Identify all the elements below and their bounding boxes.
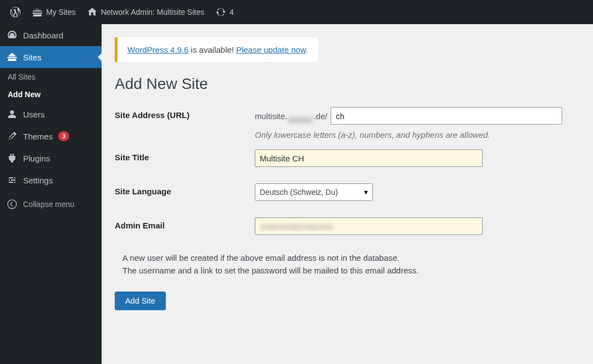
row-site-address: Site Address (URL) multisite.xxxxxx.de/ … xyxy=(115,107,580,139)
wp-logo-menu[interactable] xyxy=(4,0,26,24)
admin-email-input[interactable] xyxy=(255,217,483,235)
label-admin-email: Admin Email xyxy=(115,217,255,230)
redacted-domain: xxxxxx xyxy=(288,115,313,119)
update-icon xyxy=(215,7,226,18)
update-notice-action-link[interactable]: Please update now xyxy=(236,45,306,54)
users-icon xyxy=(7,109,18,120)
plugins-icon xyxy=(7,153,18,164)
row-site-language: Site Language Deutsch (Schweiz, Du) ▼ xyxy=(115,183,580,201)
site-title-input[interactable] xyxy=(255,149,483,167)
chevron-down-icon: ▼ xyxy=(363,189,369,195)
sidebar-item-sites[interactable]: Sites xyxy=(0,46,102,68)
home-icon xyxy=(87,7,98,18)
row-site-title: Site Title xyxy=(115,149,580,167)
add-site-button[interactable]: Add Site xyxy=(115,292,166,310)
sidebar-item-label: Settings xyxy=(23,176,53,185)
dashboard-icon xyxy=(7,30,18,41)
update-notice: WordPress 4.9.6 is available! Please upd… xyxy=(115,37,318,62)
themes-icon xyxy=(7,131,18,142)
settings-icon xyxy=(7,175,18,186)
sidebar-item-label: Sites xyxy=(23,53,41,62)
sidebar-item-plugins[interactable]: Plugins xyxy=(0,147,102,169)
sidebar-item-dashboard[interactable]: Dashboard xyxy=(0,24,102,46)
content-area: WordPress 4.9.6 is available! Please upd… xyxy=(102,24,593,364)
label-site-language: Site Language xyxy=(115,183,255,196)
svg-point-0 xyxy=(8,200,16,209)
sidebar-item-label: Plugins xyxy=(23,154,50,163)
site-address-help: Only lowercase letters (a-z), numbers, a… xyxy=(255,130,562,139)
adminbar-my-sites[interactable]: My Sites xyxy=(26,0,81,24)
sidebar-subitem-add-new[interactable]: Add New xyxy=(0,86,102,103)
prefix-part-b: .de/ xyxy=(314,111,327,121)
label-site-title: Site Title xyxy=(115,149,255,162)
row-admin-email: Admin Email xyxy=(115,217,580,235)
info-line-1: A new user will be created if the above … xyxy=(122,251,580,264)
info-line-2: The username and a link to set the passw… xyxy=(122,264,580,277)
sidebar-subitem-all-sites[interactable]: All Sites xyxy=(0,68,102,86)
sidebar-item-settings[interactable]: Settings xyxy=(0,169,102,191)
sites-icon xyxy=(7,52,18,63)
admin-email-info: A new user will be created if the above … xyxy=(122,251,580,277)
page-title: Add New Site xyxy=(115,75,580,93)
sidebar-item-label: Dashboard xyxy=(23,31,63,40)
admin-bar: My Sites Network Admin: Multisite Sites … xyxy=(0,0,593,24)
site-address-prefix: multisite.xxxxxx.de/ xyxy=(255,111,331,121)
sidebar-item-users[interactable]: Users xyxy=(0,103,102,125)
sidebar-submenu-sites: All Sites Add New xyxy=(0,68,102,103)
update-notice-tail: . xyxy=(306,45,308,54)
sidebar-item-label: Users xyxy=(23,110,44,119)
update-notice-text: is available! xyxy=(188,45,236,54)
label-site-address: Site Address (URL) xyxy=(115,107,255,120)
themes-update-badge: 3 xyxy=(58,131,69,141)
prefix-part-a: multisite. xyxy=(255,111,287,121)
sidebar-item-label: Themes xyxy=(23,132,53,141)
adminbar-updates-count: 4 xyxy=(230,8,234,16)
adminbar-updates[interactable]: 4 xyxy=(210,0,239,24)
wordpress-logo-icon xyxy=(10,7,21,18)
site-address-input[interactable] xyxy=(331,107,562,125)
site-language-select[interactable]: Deutsch (Schweiz, Du) ▼ xyxy=(255,183,373,201)
update-notice-version-link[interactable]: WordPress 4.9.6 xyxy=(127,45,188,54)
adminbar-network-admin[interactable]: Network Admin: Multisite Sites xyxy=(81,0,210,24)
collapse-icon xyxy=(7,199,18,210)
admin-sidebar: Dashboard Sites All Sites Add New Users … xyxy=(0,24,102,364)
multisite-icon xyxy=(32,7,43,18)
site-language-value: Deutsch (Schweiz, Du) xyxy=(260,188,338,197)
sidebar-collapse-label: Collapse menu xyxy=(23,200,74,209)
sidebar-item-themes[interactable]: Themes 3 xyxy=(0,125,102,147)
sidebar-collapse[interactable]: Collapse menu xyxy=(0,192,102,216)
adminbar-my-sites-label: My Sites xyxy=(46,8,76,16)
adminbar-network-admin-label: Network Admin: Multisite Sites xyxy=(101,8,204,16)
